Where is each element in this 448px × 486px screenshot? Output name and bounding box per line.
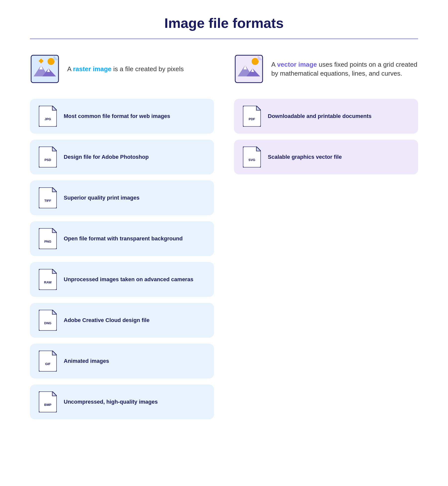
raster-highlight: raster image: [73, 65, 112, 73]
format-card-dng: DNG Adobe Creative Cloud design file: [30, 303, 214, 338]
gif-description: Animated images: [64, 357, 109, 365]
psd-file-icon: PSD: [39, 147, 57, 167]
title-divider: [30, 39, 418, 39]
raster-intro-text: A raster image is a file created by pixe…: [67, 64, 184, 73]
format-card-pdf: PDF Downloadable and printable documents: [234, 99, 418, 134]
raster-image-icon: [30, 54, 60, 84]
tiff-description: Superior quality print images: [64, 194, 139, 202]
bmp-file-icon: BMP: [39, 391, 57, 412]
vector-intro-text: A vector image uses fixed points on a gr…: [271, 60, 418, 78]
raw-description: Unprocessed images taken on advanced cam…: [64, 276, 193, 283]
jpg-description: Most common file format for web images: [64, 112, 170, 120]
png-description: Open file format with transparent backgr…: [64, 235, 183, 243]
svg-file-icon: SVG: [243, 147, 261, 167]
format-card-tiff: TIFF Superior quality print images: [30, 180, 214, 215]
svg-text:PDF: PDF: [249, 117, 255, 121]
raster-column: JPG Most common file format for web imag…: [30, 99, 214, 419]
svg-text:JPG: JPG: [45, 117, 51, 121]
svg-text:PNG: PNG: [44, 240, 51, 243]
bmp-description: Uncompressed, high-quality images: [64, 398, 158, 406]
svg-text:SVG: SVG: [248, 158, 255, 162]
vector-intro: A vector image uses fixed points on a gr…: [234, 54, 418, 84]
format-card-psd: PSD Design file for Adobe Photoshop: [30, 140, 214, 174]
vector-column: PDF Downloadable and printable documents…: [234, 99, 418, 174]
dng-file-icon: DNG: [39, 310, 57, 331]
psd-description: Design file for Adobe Photoshop: [64, 153, 149, 161]
svg-text:DNG: DNG: [44, 321, 52, 325]
svg-text:TIFF: TIFF: [44, 199, 51, 203]
vector-highlight: vector image: [277, 61, 317, 68]
dng-description: Adobe Creative Cloud design file: [64, 317, 150, 324]
png-file-icon: PNG: [39, 228, 57, 249]
format-card-gif: GIF Animated images: [30, 344, 214, 378]
svg-text:RAW: RAW: [44, 280, 52, 284]
main-columns: JPG Most common file format for web imag…: [30, 99, 418, 419]
format-card-png: PNG Open file format with transparent ba…: [30, 221, 214, 256]
format-card-jpg: JPG Most common file format for web imag…: [30, 99, 214, 134]
svg-text:BMP: BMP: [44, 403, 52, 407]
format-card-raw: RAW Unprocessed images taken on advanced…: [30, 262, 214, 297]
intro-row: A raster image is a file created by pixe…: [30, 54, 418, 84]
pdf-description: Downloadable and printable documents: [268, 112, 372, 120]
raster-intro: A raster image is a file created by pixe…: [30, 54, 214, 84]
svg-point-11: [252, 58, 259, 65]
pdf-file-icon: PDF: [243, 106, 261, 127]
tiff-file-icon: TIFF: [39, 187, 57, 208]
jpg-file-icon: JPG: [39, 106, 57, 127]
raw-file-icon: RAW: [39, 269, 57, 290]
svg-description: Scalable graphics vector file: [268, 153, 342, 161]
page-title: Image file formats: [30, 15, 418, 31]
gif-file-icon: GIF: [39, 351, 57, 372]
format-card-bmp: BMP Uncompressed, high-quality images: [30, 384, 214, 419]
svg-point-3: [48, 58, 55, 65]
svg-text:PSD: PSD: [45, 158, 51, 162]
svg-text:GIF: GIF: [45, 362, 51, 366]
vector-image-icon: [234, 54, 264, 84]
format-card-svg: SVG Scalable graphics vector file: [234, 140, 418, 174]
